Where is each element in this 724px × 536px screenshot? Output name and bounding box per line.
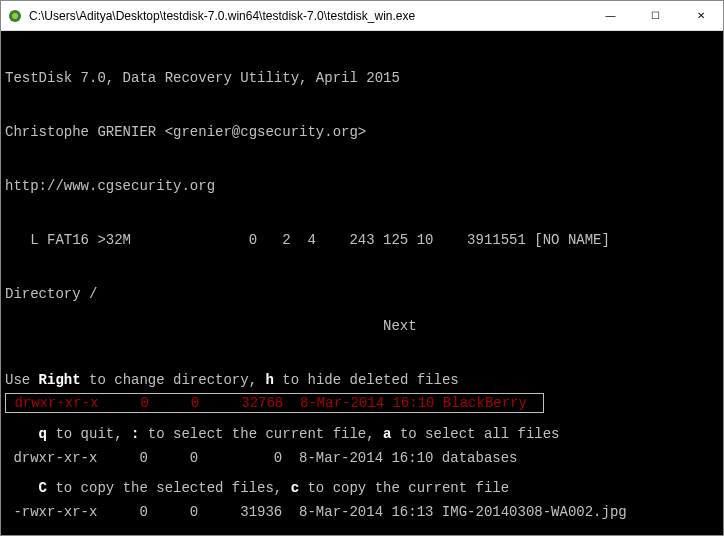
window-controls: — ☐ ✕ [588, 1, 723, 30]
key-q: q [39, 426, 47, 442]
next-indicator: Next [5, 317, 719, 335]
footer: Next Use Right to change directory, h to… [5, 281, 719, 533]
titlebar[interactable]: C:\Users\Aditya\Desktop\testdisk-7.0.win… [1, 1, 723, 31]
key-c-lower: c [291, 480, 299, 496]
svg-point-1 [12, 13, 18, 19]
help-line-2: q to quit, : to select the current file,… [5, 425, 719, 443]
app-title-line: TestDisk 7.0, Data Recovery Utility, Apr… [5, 69, 719, 87]
key-right: Right [39, 372, 81, 388]
terminal-area[interactable]: TestDisk 7.0, Data Recovery Utility, Apr… [1, 31, 723, 535]
url-line: http://www.cgsecurity.org [5, 177, 719, 195]
minimize-button[interactable]: — [588, 1, 633, 30]
help-line-3: C to copy the selected files, c to copy … [5, 479, 719, 497]
key-c-upper: C [39, 480, 47, 496]
key-h: h [265, 372, 273, 388]
close-button[interactable]: ✕ [678, 1, 723, 30]
maximize-button[interactable]: ☐ [633, 1, 678, 30]
author-line: Christophe GRENIER <grenier@cgsecurity.o… [5, 123, 719, 141]
application-window: C:\Users\Aditya\Desktop\testdisk-7.0.win… [0, 0, 724, 536]
app-icon [7, 8, 23, 24]
help-line-1: Use Right to change directory, h to hide… [5, 371, 719, 389]
partition-line: L FAT16 >32M 0 2 4 243 125 10 3911551 [N… [5, 231, 719, 249]
window-title: C:\Users\Aditya\Desktop\testdisk-7.0.win… [29, 9, 588, 23]
